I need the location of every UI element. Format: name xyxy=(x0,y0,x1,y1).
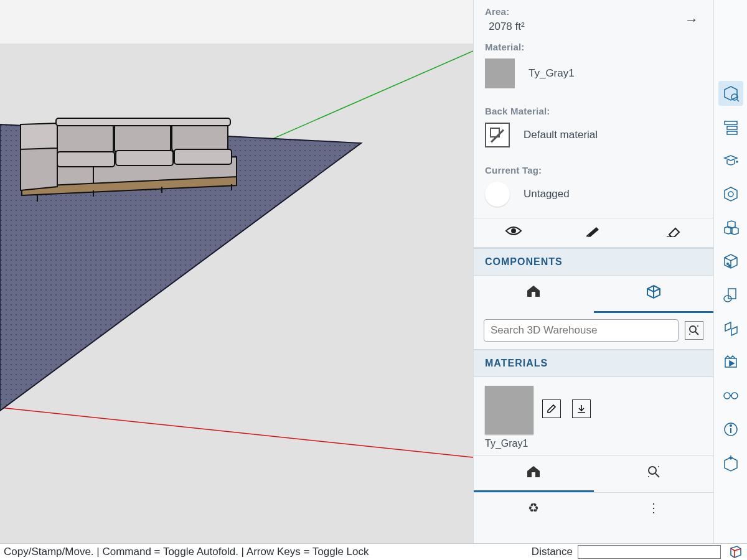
status-hint: Copy/Stamp/Move. | Command = Toggle Auto… xyxy=(4,546,369,558)
svg-line-31 xyxy=(655,474,659,477)
distance-label: Distance xyxy=(532,546,573,558)
materials-tabs xyxy=(474,455,713,492)
svg-marker-13 xyxy=(21,123,57,149)
current-material-thumb[interactable] xyxy=(485,386,533,434)
distance-input[interactable] xyxy=(578,545,721,559)
svg-point-27 xyxy=(689,334,690,335)
show-icon[interactable] xyxy=(474,218,553,247)
svg-point-51 xyxy=(730,425,731,427)
back-material-label: Back Material: xyxy=(485,106,702,116)
erase-icon[interactable] xyxy=(634,218,713,247)
area-value: 2078 ft² xyxy=(489,21,525,33)
tags-rail-icon[interactable] xyxy=(718,182,743,207)
material-swatch[interactable] xyxy=(485,58,515,88)
materials-rail-icon[interactable] xyxy=(718,249,743,274)
back-material-value: Default material xyxy=(524,129,598,141)
tag-swatch[interactable] xyxy=(485,182,510,207)
search-filter-button[interactable] xyxy=(685,321,703,340)
download-material-button[interactable] xyxy=(572,399,591,418)
svg-point-28 xyxy=(697,325,698,327)
sketchup-logo-icon xyxy=(727,545,743,559)
svg-rect-17 xyxy=(56,118,230,126)
materials-tab-home-icon[interactable] xyxy=(474,456,594,492)
svg-rect-16 xyxy=(174,149,232,164)
svg-point-30 xyxy=(649,467,656,474)
right-tool-rail xyxy=(713,0,747,543)
svg-rect-37 xyxy=(727,126,737,129)
materials-tab-browse-icon[interactable] xyxy=(594,456,714,492)
svg-point-39 xyxy=(736,161,738,162)
svg-line-1 xyxy=(0,408,473,457)
svg-rect-36 xyxy=(725,121,737,124)
views-rail-icon[interactable] xyxy=(718,383,743,408)
info-rail-icon[interactable] xyxy=(718,417,743,442)
svg-point-33 xyxy=(658,466,659,467)
svg-line-26 xyxy=(695,332,698,335)
svg-rect-38 xyxy=(727,131,737,134)
collapse-panel-icon[interactable]: → xyxy=(681,9,702,30)
svg-rect-9 xyxy=(57,123,113,154)
svg-point-41 xyxy=(726,263,728,265)
tag-value: Untagged xyxy=(524,188,570,200)
status-bar: Copy/Stamp/Move. | Command = Toggle Auto… xyxy=(0,543,747,560)
materials-header[interactable]: MATERIALS xyxy=(474,349,713,377)
svg-marker-12 xyxy=(21,146,57,190)
svg-marker-45 xyxy=(730,361,734,366)
svg-point-25 xyxy=(690,326,696,332)
material-label: Material: xyxy=(485,42,702,52)
scenes-rail-icon[interactable] xyxy=(718,350,743,375)
tab-3d-warehouse-icon[interactable] xyxy=(594,276,714,313)
svg-rect-14 xyxy=(57,152,115,167)
visibility-toolbar xyxy=(474,218,713,248)
components-header[interactable]: COMPONENTS xyxy=(474,248,713,276)
soften-icon[interactable] xyxy=(553,218,633,247)
styles-rail-icon[interactable] xyxy=(718,282,743,307)
right-panel: Area: 2078 ft² → Material: Ty_Gray1 Back… xyxy=(473,0,713,543)
edit-material-button[interactable] xyxy=(542,399,561,418)
svg-point-32 xyxy=(648,476,649,477)
svg-point-40 xyxy=(728,192,733,197)
entity-info-icon[interactable] xyxy=(718,81,743,106)
svg-rect-24 xyxy=(532,292,535,297)
search-3d-warehouse-input[interactable] xyxy=(484,319,679,342)
svg-rect-10 xyxy=(115,122,171,153)
outliner-icon[interactable] xyxy=(718,114,743,139)
svg-rect-15 xyxy=(116,151,173,166)
tab-in-model-icon[interactable] xyxy=(474,276,594,313)
svg-point-46 xyxy=(724,393,730,399)
components-tabs xyxy=(474,276,713,313)
more-options-icon[interactable]: ⋮ xyxy=(594,493,714,523)
svg-point-22 xyxy=(511,228,516,233)
svg-point-42 xyxy=(728,265,730,267)
area-label: Area: xyxy=(485,6,525,17)
svg-rect-29 xyxy=(532,472,535,477)
current-material-name: Ty_Gray1 xyxy=(474,438,713,455)
default-material-icon[interactable] xyxy=(485,123,510,147)
svg-line-35 xyxy=(737,100,739,101)
svg-point-47 xyxy=(731,393,738,399)
warehouse-rail-icon[interactable] xyxy=(718,450,743,475)
components-rail-icon[interactable] xyxy=(718,215,743,240)
recycle-icon[interactable]: ♻ xyxy=(474,493,594,523)
tag-label: Current Tag: xyxy=(485,165,702,175)
instructor-icon[interactable] xyxy=(718,148,743,173)
material-value: Ty_Gray1 xyxy=(529,67,575,80)
display-rail-icon[interactable] xyxy=(718,316,743,341)
